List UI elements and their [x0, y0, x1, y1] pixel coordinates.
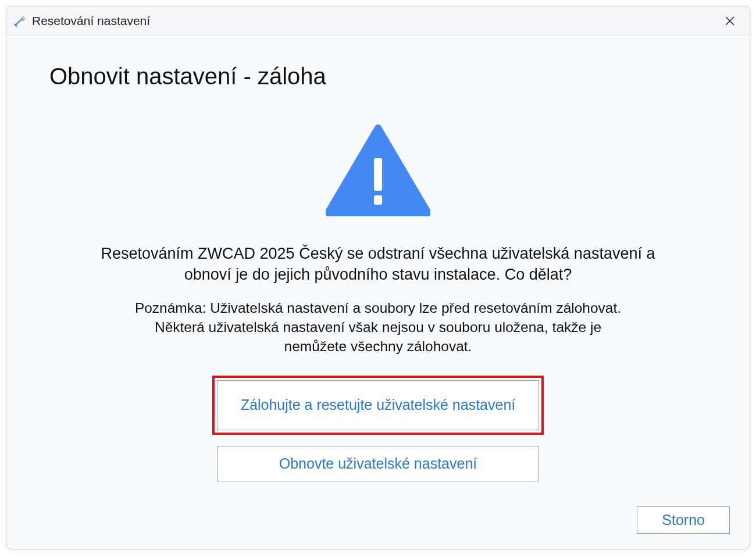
backup-and-reset-label: Zálohujte a resetujte uživatelské nastav…: [241, 395, 516, 415]
option-buttons: Zálohujte a resetujte uživatelské nastav…: [212, 376, 544, 481]
main-message: Resetováním ZWCAD 2025 Český se odstraní…: [99, 243, 657, 285]
reset-label: Obnovte uživatelské nastavení: [279, 454, 477, 474]
reset-settings-dialog: Resetování nastavení Obnovit nastavení -…: [6, 6, 750, 549]
warning-icon: [326, 124, 430, 220]
close-icon: [725, 16, 734, 26]
titlebar: Resetování nastavení: [6, 6, 750, 35]
window-title: Resetování nastavení: [32, 14, 719, 28]
center-area: Resetováním ZWCAD 2025 Český se odstraní…: [44, 124, 712, 485]
close-button[interactable]: [719, 10, 740, 31]
note-message: Poznámka: Uživatelská nastavení a soubor…: [125, 298, 631, 356]
svg-rect-3: [374, 158, 382, 191]
dialog-heading: Obnovit nastavení - záloha: [49, 63, 712, 90]
cancel-button[interactable]: Storno: [637, 506, 730, 534]
app-tool-icon: [13, 15, 26, 27]
dialog-footer: Storno: [6, 497, 750, 549]
reset-button[interactable]: Obnovte uživatelské nastavení: [217, 447, 539, 481]
cancel-label: Storno: [662, 512, 705, 528]
svg-rect-4: [374, 195, 382, 205]
dialog-content: Obnovit nastavení - záloha Resetováním Z…: [6, 35, 750, 497]
highlight-frame: Zálohujte a resetujte uživatelské nastav…: [212, 376, 544, 435]
backup-and-reset-button[interactable]: Zálohujte a resetujte uživatelské nastav…: [217, 380, 539, 430]
